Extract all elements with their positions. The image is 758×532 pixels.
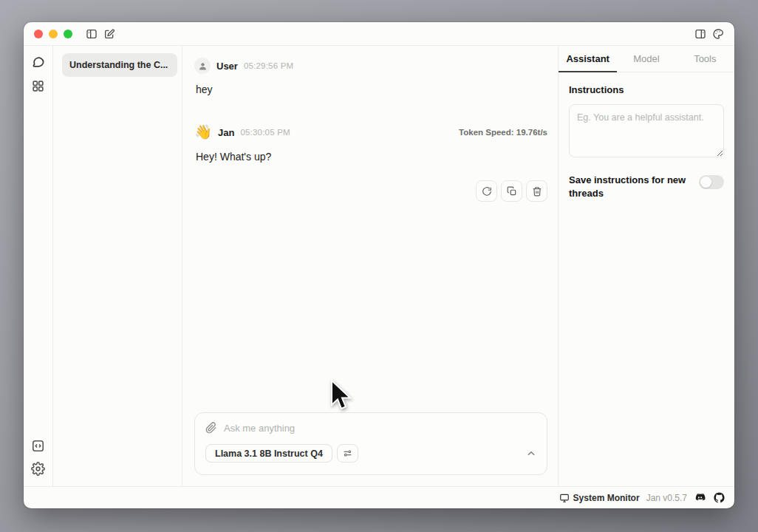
message-header: User 05:29:56 PM — [194, 58, 547, 74]
thread-list-panel: Understanding the C... — [53, 46, 182, 486]
status-bar: System Monitor Jan v0.5.7 — [24, 486, 734, 508]
close-window-button[interactable] — [34, 30, 43, 38]
user-avatar-icon — [194, 58, 211, 74]
system-monitor-label: System Monitor — [573, 493, 640, 503]
zoom-window-button[interactable] — [64, 30, 72, 38]
tab-assistant[interactable]: Assistant — [559, 46, 617, 72]
model-settings-sliders-icon[interactable] — [337, 444, 358, 463]
traffic-lights — [34, 30, 72, 38]
message-text: hey — [196, 83, 547, 95]
system-monitor-button[interactable]: System Monitor — [559, 493, 640, 503]
new-thread-icon[interactable] — [103, 28, 115, 40]
token-speed: Token Speed: 19.76t/s — [459, 128, 547, 137]
app-window: Understanding the C... User 05:29:56 PM … — [24, 22, 734, 508]
save-instructions-label: Save instructions for new threads — [569, 174, 687, 200]
toggle-knob — [700, 177, 711, 188]
instructions-label: Instructions — [569, 84, 724, 95]
tab-tools[interactable]: Tools — [676, 46, 734, 72]
delete-button[interactable] — [526, 180, 547, 202]
chat-input-placeholder[interactable]: Ask me anything — [224, 423, 295, 434]
copy-button[interactable] — [501, 180, 522, 202]
minimize-window-button[interactable] — [49, 30, 58, 38]
chat-input-box[interactable]: Ask me anything Llama 3.1 8B Instruct Q4 — [194, 412, 547, 475]
github-icon[interactable] — [713, 491, 725, 504]
message-author: Jan — [218, 127, 234, 138]
chat-threads-icon[interactable] — [31, 55, 45, 69]
left-icon-strip — [24, 46, 53, 486]
model-selector-button[interactable]: Llama 3.1 8B Instruct Q4 — [205, 444, 332, 463]
message-timestamp: 05:30:05 PM — [240, 128, 290, 137]
local-api-server-icon[interactable] — [31, 439, 45, 453]
regenerate-button[interactable] — [476, 180, 497, 202]
tab-model[interactable]: Model — [617, 46, 675, 72]
chat-area: User 05:29:56 PM hey 👋 Jan 05:30:05 PM T… — [182, 46, 558, 486]
chat-input-row: Ask me anything — [205, 422, 536, 434]
right-panel: Assistant Model Tools Instructions Save … — [558, 46, 734, 486]
assistant-tab-content: Instructions Save instructions for new t… — [559, 72, 734, 211]
jan-wave-avatar: 👋 — [194, 123, 212, 141]
app-version: Jan v0.5.7 — [646, 493, 687, 503]
tab-label: Model — [633, 53, 659, 64]
titlebar — [24, 22, 734, 46]
settings-gear-icon[interactable] — [31, 462, 45, 476]
discord-icon[interactable] — [694, 491, 706, 504]
message-timestamp: 05:29:56 PM — [244, 61, 293, 70]
model-selected-label: Llama 3.1 8B Instruct Q4 — [215, 449, 323, 459]
collapse-chevron-up-icon[interactable] — [526, 449, 536, 459]
thread-title: Understanding the C... — [69, 60, 168, 70]
thread-item-selected[interactable]: Understanding the C... — [62, 53, 177, 77]
message-user: User 05:29:56 PM hey — [194, 58, 547, 95]
save-instructions-row: Save instructions for new threads — [569, 174, 724, 200]
message-author: User — [216, 61, 238, 72]
message-header: 👋 Jan 05:30:05 PM Token Speed: 19.76t/s — [194, 123, 547, 141]
save-instructions-toggle[interactable] — [699, 175, 724, 189]
theme-palette-icon[interactable] — [712, 28, 724, 40]
right-panel-tabs: Assistant Model Tools — [559, 46, 734, 72]
instructions-textarea[interactable] — [569, 104, 724, 157]
hub-grid-icon[interactable] — [31, 79, 45, 93]
panel-left-icon[interactable] — [86, 28, 98, 40]
message-actions — [194, 180, 547, 202]
main-row: Understanding the C... User 05:29:56 PM … — [24, 46, 734, 486]
attachment-paperclip-icon[interactable] — [205, 422, 217, 434]
panel-right-icon[interactable] — [694, 28, 706, 40]
monitor-icon — [559, 493, 570, 503]
tab-label: Assistant — [566, 53, 610, 64]
message-assistant: 👋 Jan 05:30:05 PM Token Speed: 19.76t/s … — [194, 123, 547, 202]
model-selector-row: Llama 3.1 8B Instruct Q4 — [205, 444, 536, 463]
message-text: Hey! What's up? — [196, 151, 547, 163]
tab-label: Tools — [694, 53, 716, 64]
